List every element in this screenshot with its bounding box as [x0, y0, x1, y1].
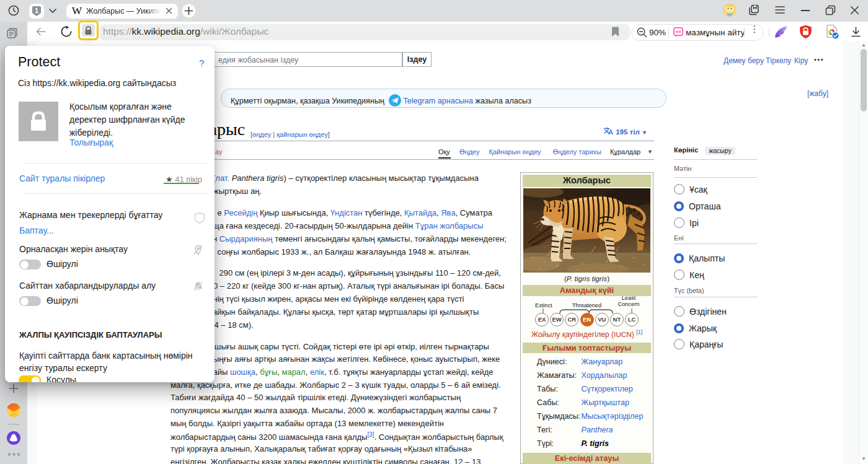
svg-text:1: 1	[35, 7, 38, 14]
svg-text:««: ««	[675, 28, 681, 35]
